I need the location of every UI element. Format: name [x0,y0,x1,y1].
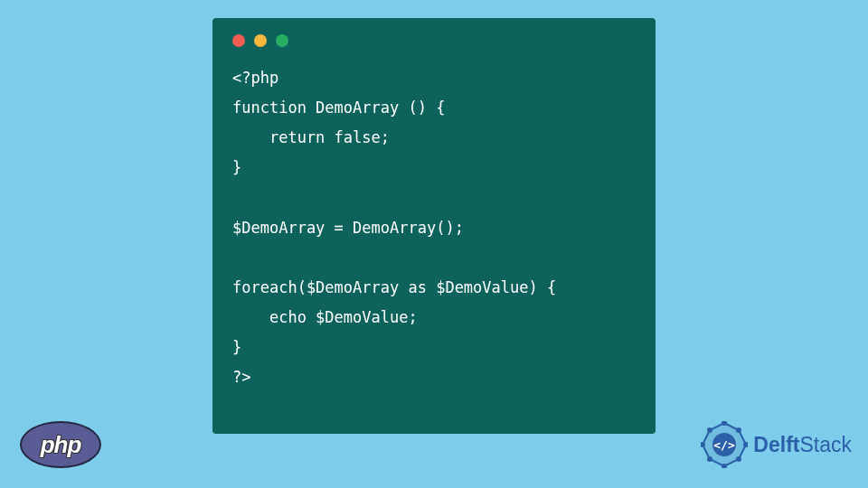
delftstack-icon: </> [701,421,748,468]
minimize-icon [254,34,267,47]
svg-point-2 [722,421,726,425]
code-window: <?php function DemoArray () { return fal… [212,18,656,434]
code-line: echo $DemoValue; [232,308,418,326]
maximize-icon [276,34,288,47]
svg-text:</>: </> [714,438,736,452]
delft-rest: Stack [799,433,852,456]
svg-point-7 [708,457,712,461]
php-logo-text: php [41,431,81,459]
code-line: foreach($DemoArray as $DemoValue) { [232,278,556,296]
code-line: $DemoArray = DemoArray(); [232,219,464,237]
svg-point-8 [701,443,704,446]
code-line: <?php [232,69,278,87]
delft-bold: Delft [753,433,799,456]
code-line: ?> [232,368,250,386]
window-controls [232,34,636,47]
code-content: <?php function DemoArray () { return fal… [232,63,636,393]
delftstack-text: DelftStack [753,433,852,457]
svg-point-4 [744,443,748,446]
svg-point-9 [708,428,712,432]
delftstack-logo: </> DelftStack [701,421,852,468]
code-line: return false; [232,128,390,146]
svg-point-5 [737,457,741,461]
code-line: function DemoArray () { [232,99,445,117]
close-icon [232,34,245,47]
code-line: } [232,158,241,176]
php-logo: php [20,421,101,468]
svg-point-6 [722,465,726,468]
code-line: } [232,338,241,356]
svg-point-3 [737,428,741,432]
